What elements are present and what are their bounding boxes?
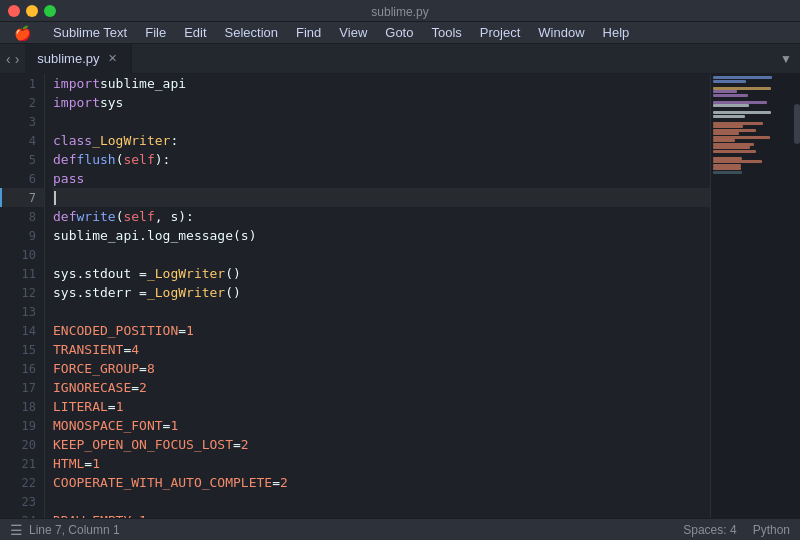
nav-arrows: ‹ › [0, 51, 25, 67]
token: 2 [280, 475, 288, 490]
status-menu-icon[interactable]: ☰ [10, 522, 23, 538]
indentation-info[interactable]: Spaces: 4 [683, 523, 736, 537]
status-left: ☰ Line 7, Column 1 [10, 522, 120, 538]
token: ( [116, 209, 124, 224]
nav-back[interactable]: ‹ [6, 51, 11, 67]
menu-goto[interactable]: Goto [377, 23, 421, 42]
menu-project[interactable]: Project [472, 23, 528, 42]
minimap-toggle[interactable]: ▼ [772, 52, 800, 66]
code-line-8[interactable]: def write(self, s): [53, 207, 710, 226]
menu-tools[interactable]: Tools [423, 23, 469, 42]
token: = [84, 456, 92, 471]
token: 1 [170, 418, 178, 433]
minimap-line [713, 125, 743, 128]
token: IGNORECASE [53, 380, 131, 395]
scrollbar-thumb[interactable] [794, 104, 800, 144]
token: _LogWriter [92, 133, 170, 148]
menu-sublime-text[interactable]: Sublime Text [45, 23, 135, 42]
code-line-4[interactable]: class _LogWriter: [53, 131, 710, 150]
token: _LogWriter [147, 285, 225, 300]
menu-view[interactable]: View [331, 23, 375, 42]
code-editor[interactable]: import sublime_apiimport sysclass _LogWr… [45, 74, 710, 518]
tab-close-button[interactable]: ✕ [105, 52, 119, 66]
token: = [131, 513, 139, 518]
editor-container: 1234567891011121314151617181920212223242… [0, 74, 800, 518]
menu-bar: 🍎 Sublime Text File Edit Selection Find … [0, 22, 800, 44]
status-bar: ☰ Line 7, Column 1 Spaces: 4 Python [0, 518, 800, 540]
code-line-19[interactable]: MONOSPACE_FONT = 1 [53, 416, 710, 435]
token: def [53, 152, 76, 167]
minimap[interactable] [710, 74, 800, 518]
minimize-button[interactable] [26, 5, 38, 17]
menu-find[interactable]: Find [288, 23, 329, 42]
code-line-13[interactable] [53, 302, 710, 321]
line-number-11: 11 [0, 264, 44, 283]
code-line-12[interactable]: sys.stderr = _LogWriter() [53, 283, 710, 302]
traffic-lights [8, 5, 56, 17]
code-line-14[interactable]: ENCODED_POSITION = 1 [53, 321, 710, 340]
token: sys.stdout = [53, 266, 147, 281]
line-number-1: 1 [0, 74, 44, 93]
line-number-17: 17 [0, 378, 44, 397]
line-number-13: 13 [0, 302, 44, 321]
code-line-20[interactable]: KEEP_OPEN_ON_FOCUS_LOST = 2 [53, 435, 710, 454]
token: def [53, 209, 76, 224]
minimap-line [713, 111, 771, 114]
token: TRANSIENT [53, 342, 123, 357]
token: 2 [241, 437, 249, 452]
code-line-17[interactable]: IGNORECASE = 2 [53, 378, 710, 397]
tab-bar: ‹ › sublime.py ✕ ▼ [0, 44, 800, 74]
code-line-22[interactable]: COOPERATE_WITH_AUTO_COMPLETE = 2 [53, 473, 710, 492]
token: sys.stderr = [53, 285, 147, 300]
token: = [272, 475, 280, 490]
code-line-18[interactable]: LITERAL = 1 [53, 397, 710, 416]
token: ENCODED_POSITION [53, 323, 178, 338]
code-line-23[interactable] [53, 492, 710, 511]
code-line-6[interactable]: pass [53, 169, 710, 188]
line-number-9: 9 [0, 226, 44, 245]
code-line-10[interactable] [53, 245, 710, 264]
language-selector[interactable]: Python [753, 523, 790, 537]
maximize-button[interactable] [44, 5, 56, 17]
menu-help[interactable]: Help [595, 23, 638, 42]
close-button[interactable] [8, 5, 20, 17]
line-number-8: 8 [0, 207, 44, 226]
code-line-16[interactable]: FORCE_GROUP = 8 [53, 359, 710, 378]
line-number-7: 7 [0, 188, 44, 207]
tab-sublime-py[interactable]: sublime.py ✕ [25, 44, 132, 74]
token: 8 [147, 361, 155, 376]
minimap-line [713, 132, 739, 135]
token: import [53, 76, 100, 91]
token: = [123, 342, 131, 357]
code-line-15[interactable]: TRANSIENT = 4 [53, 340, 710, 359]
scrollbar-vertical[interactable] [794, 74, 800, 518]
code-line-1[interactable]: import sublime_api [53, 74, 710, 93]
line-number-19: 19 [0, 416, 44, 435]
token: KEEP_OPEN_ON_FOCUS_LOST [53, 437, 233, 452]
line-number-18: 18 [0, 397, 44, 416]
code-line-7[interactable] [53, 188, 710, 207]
line-number-6: 6 [0, 169, 44, 188]
token: COOPERATE_WITH_AUTO_COMPLETE [53, 475, 272, 490]
token: = [163, 418, 171, 433]
menu-selection[interactable]: Selection [217, 23, 286, 42]
line-number-20: 20 [0, 435, 44, 454]
nav-forward[interactable]: › [15, 51, 20, 67]
menu-edit[interactable]: Edit [176, 23, 214, 42]
apple-menu[interactable]: 🍎 [6, 23, 39, 43]
code-line-24[interactable]: DRAW_EMPTY = 1 [53, 511, 710, 518]
code-line-3[interactable] [53, 112, 710, 131]
code-line-2[interactable]: import sys [53, 93, 710, 112]
code-line-21[interactable]: HTML = 1 [53, 454, 710, 473]
line-number-12: 12 [0, 283, 44, 302]
menu-file[interactable]: File [137, 23, 174, 42]
code-line-9[interactable]: sublime_api.log_message(s) [53, 226, 710, 245]
menu-window[interactable]: Window [530, 23, 592, 42]
line-number-24: 24 [0, 511, 44, 518]
line-number-21: 21 [0, 454, 44, 473]
minimap-line [713, 97, 798, 100]
code-line-5[interactable]: def flush(self): [53, 150, 710, 169]
token: () [225, 266, 241, 281]
token: pass [53, 171, 84, 186]
code-line-11[interactable]: sys.stdout = _LogWriter() [53, 264, 710, 283]
